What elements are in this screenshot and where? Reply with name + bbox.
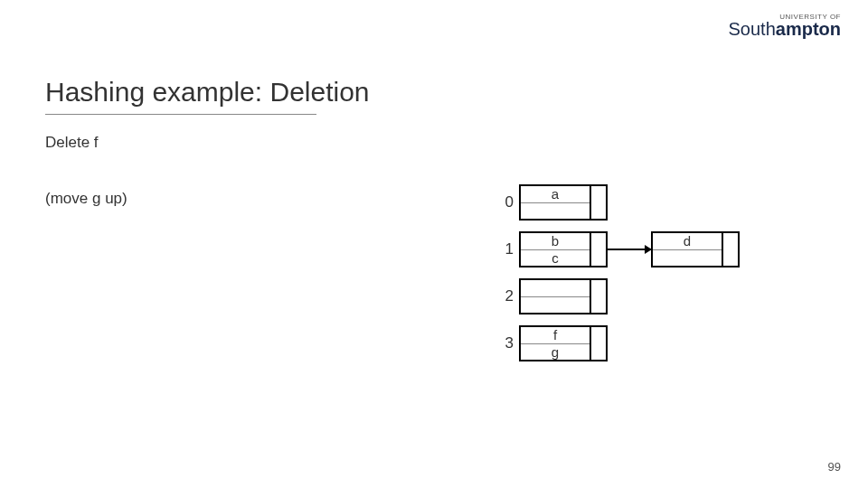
bucket-slot	[521, 202, 590, 220]
bucket-pointer	[723, 231, 740, 267]
title-underline	[45, 114, 316, 115]
bucket-pointer	[591, 325, 608, 361]
bucket-slot: g	[521, 343, 590, 361]
slide-title: Hashing example: Deletion	[45, 77, 370, 108]
bucket-index: 0	[497, 193, 514, 211]
bucket-box	[519, 278, 591, 314]
bucket-row-0: 0 a	[497, 181, 740, 224]
bucket-slot	[521, 296, 590, 314]
overflow-arrow	[606, 249, 651, 250]
page-number: 99	[828, 460, 841, 474]
bucket-row-2: 2	[497, 275, 740, 318]
bucket-slot: f	[521, 327, 590, 343]
university-logo: UNIVERSITY OF Southampton	[729, 13, 841, 40]
bucket-row-1: 1 b c d	[497, 228, 740, 271]
bucket-slot: a	[521, 186, 590, 202]
bucket-slot: b	[521, 233, 590, 249]
bucket-box: a	[519, 184, 591, 221]
bucket-slot: d	[653, 233, 722, 249]
bucket-index: 3	[497, 334, 514, 352]
step-text-2: (move g up)	[45, 190, 127, 208]
bucket-index: 2	[497, 287, 514, 305]
bucket-slot	[521, 280, 590, 296]
bucket-box: f g	[519, 325, 591, 361]
hash-table-diagram: 0 a 1 b c d 2 3 f g	[497, 181, 740, 369]
bucket-pointer	[591, 278, 608, 314]
bucket-pointer	[591, 184, 608, 221]
step-text-1: Delete f	[45, 134, 99, 152]
bucket-slot	[653, 249, 722, 267]
overflow-box: d	[651, 231, 723, 267]
bucket-index: 1	[497, 240, 514, 258]
bucket-row-3: 3 f g	[497, 322, 740, 365]
bucket-box: b c	[519, 231, 591, 267]
logo-name: Southampton	[729, 19, 841, 40]
bucket-slot: c	[521, 249, 590, 267]
